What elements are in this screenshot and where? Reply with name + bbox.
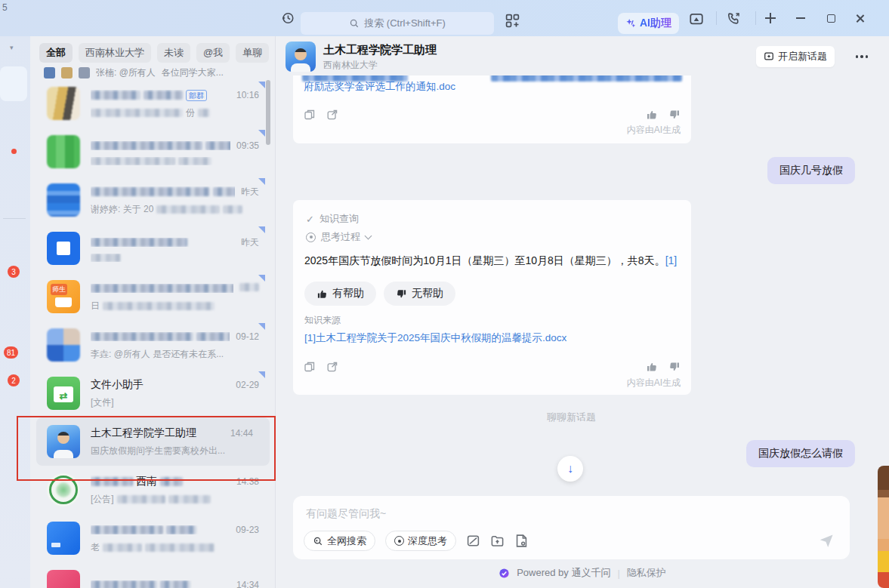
tab-all[interactable]: 全部 [39, 43, 73, 63]
text-fragment: 西南 [136, 475, 157, 488]
rail-badge: 2 [8, 374, 20, 386]
tab-university[interactable]: 西南林业大学 [79, 43, 151, 63]
mini-avatar [44, 67, 55, 79]
chat-list-item[interactable]: 09-12李垚: @所有人 是否还有未在系... [30, 321, 276, 369]
redacted-text [91, 91, 140, 100]
copy-icon[interactable] [304, 109, 316, 121]
thumb-up-icon [316, 288, 328, 300]
thumb-up-icon[interactable] [646, 361, 658, 373]
chat-header-avatar[interactable] [286, 42, 316, 72]
ai-assistant-button[interactable]: AI助理 [618, 13, 679, 34]
screen-share-icon[interactable] [689, 11, 704, 26]
check-icon: ✓ [306, 214, 314, 225]
chat-row-main: 日 [91, 281, 276, 312]
file-doc-icon[interactable] [514, 534, 529, 548]
ai-generated-note: 内容由AI生成 [627, 124, 681, 137]
chat-name [91, 332, 230, 341]
chat-row-main: 西南14:38[公告] [91, 474, 276, 506]
phone-call-icon[interactable] [727, 11, 741, 26]
send-button[interactable] [818, 531, 835, 548]
chat-time: 10:16 [236, 90, 259, 100]
chat-time: 昨天 [241, 236, 259, 249]
chat-name: 西南 [91, 475, 230, 488]
rail-caret-icon[interactable]: ▾ [10, 44, 14, 51]
search-input[interactable]: 搜索 (Ctrl+Shift+F) [301, 12, 494, 35]
screenshot-icon[interactable] [466, 534, 480, 548]
tab-direct[interactable]: 单聊 [236, 43, 269, 63]
deep-think-toggle[interactable]: 深度思考 [385, 531, 456, 551]
text-fragment: 李垚: @所有人 是否还有未在系... [91, 348, 224, 361]
chat-preview: 日 [91, 300, 259, 312]
close-button[interactable] [850, 9, 869, 27]
new-topic-label: 开启新话题 [778, 50, 827, 63]
knowledge-source-link[interactable]: [1]土木工程学院关于2025年国庆中秋假期的温馨提示.docx [304, 331, 566, 345]
chat-list-item[interactable]: 师生日 [30, 272, 276, 321]
rail-divider [3, 218, 26, 219]
chat-time: 14:38 [236, 476, 259, 487]
chat-list-item[interactable]: 土木工程学院学工助理14:44国庆放假期间学生需要离校外出... [36, 417, 270, 466]
upload-folder-icon[interactable] [490, 534, 505, 548]
ai-sparkle-icon [625, 18, 637, 29]
chat-avatar [47, 232, 80, 265]
thumb-up-icon[interactable] [646, 109, 658, 121]
new-chat-plus-icon[interactable] [761, 9, 779, 27]
chat-list-item[interactable]: ⇄文件小助手02-29[文件] [30, 369, 276, 417]
chat-more-icon[interactable] [856, 48, 869, 65]
chat-list-item[interactable]: 部群10:16份 [30, 79, 276, 128]
step-knowledge-query: ✓ 知识查询 [306, 212, 359, 226]
maximize-button[interactable] [822, 9, 840, 27]
message-composer[interactable]: 有问题尽管问我~ 全网搜索 深度思考 [293, 496, 850, 559]
chat-avatar [47, 570, 80, 588]
chat-avatar [47, 183, 80, 217]
redacted-text [160, 477, 183, 486]
rail-active-item[interactable] [0, 66, 27, 101]
chat-list-item[interactable]: 群昨天谢婷婷: 关于 20 [30, 176, 276, 224]
thumb-down-icon[interactable] [668, 109, 681, 121]
open-external-icon[interactable] [326, 361, 338, 373]
minimize-button[interactable] [792, 9, 810, 27]
text-fragment: 份 [186, 106, 195, 119]
privacy-link[interactable]: 隐私保护 [627, 566, 666, 580]
answer-text: 2025年国庆节放假时间为10月1日（星期三）至10月8日（星期三），共8天。[… [304, 254, 677, 268]
search-placeholder: 搜索 (Ctrl+Shift+F) [364, 17, 446, 30]
thumb-down-icon[interactable] [668, 361, 681, 373]
chat-name [91, 284, 233, 293]
redacted-text [103, 543, 142, 552]
chat-list-item[interactable]: 09:35 [30, 128, 276, 176]
sidebar-scrollbar[interactable] [266, 80, 270, 145]
tab-unread[interactable]: 未读 [157, 43, 190, 63]
chat-list-item[interactable]: 西南14:38[公告] [30, 466, 276, 514]
citation-ref[interactable]: [1] [665, 254, 678, 266]
chat-avatar: 师生 [47, 280, 80, 313]
partial-preview: 各位同学大家... [162, 66, 224, 79]
copy-icon[interactable] [304, 361, 316, 373]
scroll-to-bottom-button[interactable]: ↓ [557, 456, 583, 482]
apps-grid-icon[interactable] [505, 13, 520, 29]
composer-placeholder: 有问题尽管问我~ [306, 507, 386, 521]
not-helpful-button[interactable]: 无帮助 [384, 282, 455, 306]
redacted-text [205, 141, 230, 150]
tab-mentions[interactable]: @我 [196, 43, 230, 63]
knowledge-source-label: 知识来源 [304, 314, 341, 327]
open-external-icon[interactable] [326, 109, 338, 121]
chat-list-item[interactable]: 14:34 [30, 562, 276, 588]
titlebar-divider [755, 11, 756, 25]
chat-list-item-partial[interactable]: 张楠: @所有人 各位同学大家... [44, 66, 264, 79]
helpful-button[interactable]: 有帮助 [304, 282, 376, 306]
step-thinking-process[interactable]: 思考过程 [306, 230, 371, 244]
chat-avatar [47, 425, 80, 458]
redacted-text [91, 141, 202, 150]
chat-preview: 份 [91, 106, 259, 119]
send-icon [818, 531, 835, 548]
text-fragment: 文件小助手 [91, 378, 144, 392]
doc-attachment-link[interactable]: 府励志奖学金评选工作的通知.doc [304, 80, 455, 94]
history-icon[interactable] [281, 11, 295, 25]
chat-list-item[interactable]: 昨天 [30, 224, 276, 272]
chat-preview: 李垚: @所有人 是否还有未在系... [91, 348, 259, 361]
dingtalk-window: 5 搜索 (Ctrl+Shift+F) [0, 0, 889, 588]
pinned-corner-indicator [258, 371, 265, 378]
web-search-toggle[interactable]: 全网搜索 [304, 531, 375, 551]
titlebar-divider [716, 11, 717, 25]
chat-list-item[interactable]: 09-23老 [30, 514, 276, 562]
new-topic-button[interactable]: 开启新话题 [756, 46, 835, 67]
